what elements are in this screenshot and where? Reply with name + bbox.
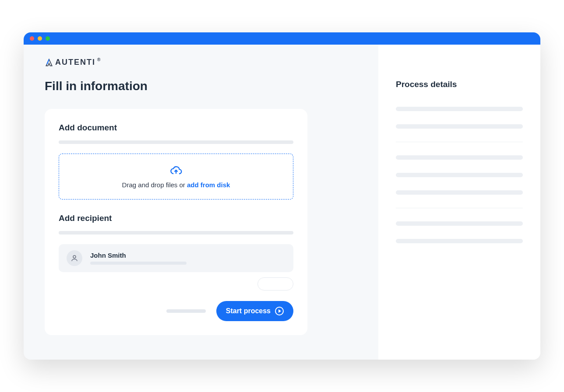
add-document-title: Add document [59,123,293,133]
svg-point-0 [73,256,76,258]
divider [396,208,523,208]
upload-dropzone[interactable]: Drag and drop files or add from disk [59,154,293,200]
app-window: AUTENTI® Fill in information Add documen… [24,32,540,360]
brand-logo: AUTENTI® [45,58,357,67]
placeholder-line [396,239,523,243]
placeholder-line [396,107,523,111]
placeholder-line [396,190,523,195]
placeholder-line [396,124,523,129]
placeholder-line [396,155,523,160]
recipient-row[interactable]: John Smith [59,244,293,272]
logo-icon [45,58,53,67]
start-process-button[interactable]: Start process [216,301,293,321]
avatar [67,250,82,266]
start-button-label: Start process [226,307,271,315]
add-recipient-title: Add recipient [59,214,293,223]
dropzone-prefix: Drag and drop files or [122,181,187,189]
divider [396,142,523,142]
placeholder-line [90,262,187,265]
window-titlebar [24,32,540,45]
user-icon [70,254,78,262]
dropzone-text: Drag and drop files or add from disk [70,181,282,189]
window-maximize-dot[interactable] [46,36,50,41]
secondary-pill-button[interactable] [257,277,293,290]
add-from-disk-link[interactable]: add from disk [187,181,230,189]
recipient-info: John Smith [90,252,286,265]
sidebar-title: Process details [396,80,523,89]
placeholder-line [166,309,206,313]
brand-name: AUTENTI [55,58,95,67]
form-card: Add document Drag and drop files or add … [45,109,307,335]
recipient-name: John Smith [90,252,286,259]
sidebar: Process details [378,45,540,360]
window-close-dot[interactable] [30,36,34,41]
main-area: AUTENTI® Fill in information Add documen… [24,45,378,360]
placeholder-line [59,140,293,144]
placeholder-line [59,231,293,234]
placeholder-line [396,221,523,226]
page-title: Fill in information [45,79,357,93]
content-container: AUTENTI® Fill in information Add documen… [24,45,540,360]
card-footer: Start process [59,301,293,321]
cloud-upload-icon [170,164,182,177]
placeholder-line [396,173,523,177]
window-minimize-dot[interactable] [38,36,42,41]
play-circle-icon [275,307,284,315]
